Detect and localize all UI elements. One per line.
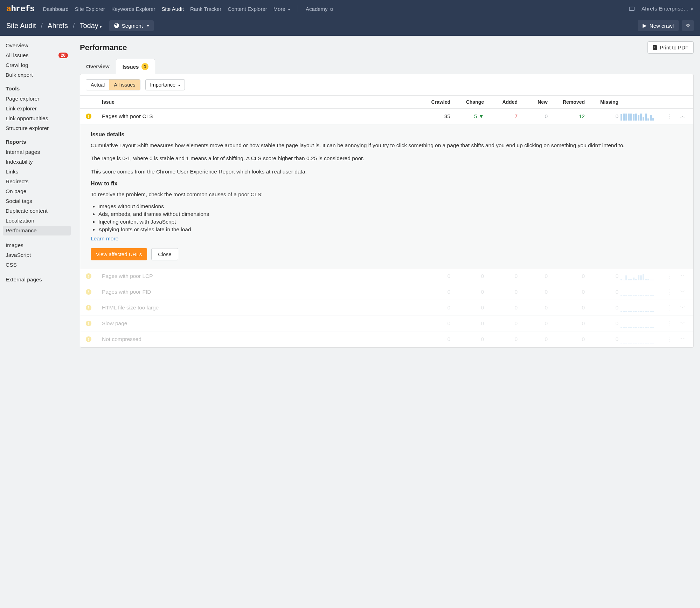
kebab-icon[interactable]: ⋮ (665, 304, 675, 312)
sidebar-item[interactable]: Images (0, 240, 74, 250)
cell-missing: 0 (587, 289, 618, 295)
filter-all-issues[interactable]: All issues (109, 80, 140, 90)
sidebar: OverviewAll issues20Crawl logBulk export… (0, 36, 74, 608)
nav-academy[interactable]: Academy ⧉ (306, 6, 333, 12)
col-missing[interactable]: Missing (587, 99, 618, 105)
issue-row[interactable]: Not compressed 0 0 0 0 0 0 ⋮ ﹀ (80, 332, 693, 347)
col-new[interactable]: New (520, 99, 548, 105)
sidebar-item[interactable]: On page (0, 186, 74, 196)
chevron-down-icon[interactable]: ﹀ (677, 336, 688, 342)
nav-link[interactable]: Dashboard (43, 6, 68, 12)
sidebar-item[interactable]: Structure explorer (0, 123, 74, 133)
sidebar-item[interactable]: Localization (0, 216, 74, 226)
chevron-down-icon: ▼ (690, 7, 694, 11)
cell-new: 0 (520, 289, 548, 295)
issue-row[interactable]: Pages with poor LCP 0 0 0 0 0 0 ⋮ ﹀ (80, 268, 693, 284)
chevron-down-icon[interactable]: ﹀ (677, 305, 688, 311)
kebab-icon[interactable]: ⋮ (665, 272, 675, 280)
sidebar-item[interactable]: Link opportunities (0, 114, 74, 123)
breadcrumb-section[interactable]: Site Audit (6, 22, 36, 30)
col-change[interactable]: Change (452, 99, 484, 105)
sidebar-item[interactable]: Bulk export (0, 70, 74, 80)
col-added[interactable]: Added (486, 99, 518, 105)
print-pdf-button[interactable]: Print to PDF (647, 41, 694, 54)
kebab-icon[interactable]: ⋮ (665, 288, 675, 296)
sidebar-item[interactable]: Overview (0, 41, 74, 50)
nav-link[interactable]: Content Explorer (228, 6, 267, 12)
segment-button[interactable]: Segment ▾ (109, 20, 154, 31)
nav-link[interactable]: More ▾ (273, 6, 290, 12)
new-crawl-button[interactable]: ▶ New crawl (638, 20, 679, 31)
table-header: Issue Crawled Change Added New Removed M… (80, 95, 693, 109)
view-affected-urls-button[interactable]: View affected URLs (91, 248, 147, 260)
chevron-down-icon: ▾ (147, 24, 149, 28)
col-removed[interactable]: Removed (550, 99, 585, 105)
fix-item: Applying fonts or styles late in the loa… (98, 226, 683, 233)
logo[interactable]: ahrefs (6, 4, 34, 14)
cell-added: 0 (486, 289, 518, 295)
cell-removed: 0 (550, 336, 585, 342)
sidebar-item[interactable]: Internal pages (0, 147, 74, 157)
issue-row[interactable]: Pages with poor CLS 35 5 ▼ 7 0 12 0 ⋮ ︿ (80, 109, 693, 124)
col-crawled[interactable]: Crawled (419, 99, 450, 105)
sparkline (621, 319, 663, 328)
chevron-down-icon: ▾ (288, 8, 290, 12)
cell-missing: 0 (587, 336, 618, 342)
sidebar-item[interactable]: Duplicate content (0, 206, 74, 216)
kebab-icon[interactable]: ⋮ (665, 112, 675, 120)
close-button[interactable]: Close (151, 248, 178, 260)
settings-button[interactable]: ⚙ (682, 20, 694, 31)
external-link-icon: ⧉ (330, 7, 333, 12)
chevron-down-icon[interactable]: ﹀ (677, 289, 688, 295)
sidebar-item[interactable]: Redirects (0, 177, 74, 186)
sparkline (621, 272, 663, 280)
issue-row[interactable]: HTML file size too large 0 0 0 0 0 0 ⋮ ﹀ (80, 300, 693, 316)
triangle-down-icon: ▼ (479, 113, 484, 119)
sidebar-item[interactable]: External pages (0, 275, 74, 285)
nav-link[interactable]: Site Audit (162, 6, 184, 12)
chevron-down-icon[interactable]: ﹀ (677, 320, 688, 327)
filter-actual[interactable]: Actual (86, 80, 109, 90)
nav-link[interactable]: Site Explorer (75, 6, 105, 12)
breadcrumb-date[interactable]: Today▾ (79, 22, 101, 30)
cell-crawled: 0 (419, 336, 450, 342)
issue-name: Slow page (102, 320, 417, 327)
issue-row[interactable]: Pages with poor FID 0 0 0 0 0 0 ⋮ ﹀ (80, 284, 693, 300)
sidebar-item[interactable]: All issues20 (0, 50, 74, 60)
kebab-icon[interactable]: ⋮ (665, 320, 675, 327)
warning-icon (86, 273, 91, 279)
sidebar-item[interactable]: Indexability (0, 157, 74, 167)
kebab-icon[interactable]: ⋮ (665, 335, 675, 343)
sidebar-item[interactable]: CSS (0, 260, 74, 270)
learn-more-link[interactable]: Learn more (91, 235, 118, 241)
logo-rest: hrefs (11, 4, 34, 14)
gear-icon: ⚙ (686, 22, 690, 28)
breadcrumb-project[interactable]: Ahrefs (48, 22, 68, 30)
cell-new: 0 (520, 305, 548, 311)
nav-separator (298, 5, 298, 12)
sidebar-item[interactable]: Crawl log (0, 60, 74, 70)
sidebar-item[interactable]: JavaScript (0, 250, 74, 260)
chevron-up-icon[interactable]: ︿ (677, 113, 688, 119)
appearance-icon[interactable] (629, 7, 635, 11)
details-p: The range is 0-1, where 0 is stable and … (91, 154, 683, 162)
nav-link[interactable]: Rank Tracker (190, 6, 221, 12)
tab-overview[interactable]: Overview (80, 60, 116, 73)
nav-link[interactable]: Keywords Explorer (111, 6, 155, 12)
fix-intro: To resolve the problem, check the most c… (91, 190, 683, 198)
warning-icon (86, 289, 91, 295)
fix-header: How to fix (91, 180, 683, 187)
col-issue[interactable]: Issue (102, 99, 417, 105)
issue-row[interactable]: Slow page 0 0 0 0 0 0 ⋮ ﹀ (80, 316, 693, 332)
cell-added: 0 (486, 305, 518, 311)
chevron-down-icon[interactable]: ﹀ (677, 273, 688, 279)
sidebar-item[interactable]: Link explorer (0, 104, 74, 114)
sidebar-item[interactable]: Social tags (0, 196, 74, 206)
account-menu[interactable]: Ahrefs Enterprise…▼ (642, 6, 694, 12)
sidebar-item[interactable]: Performance (3, 226, 71, 235)
sidebar-item[interactable]: Links (0, 167, 74, 177)
tab-issues[interactable]: Issues 1 (116, 59, 155, 74)
sidebar-item[interactable]: Page explorer (0, 94, 74, 104)
issue-name: Pages with poor LCP (102, 273, 417, 279)
importance-dropdown[interactable]: Importance ▾ (145, 79, 185, 90)
